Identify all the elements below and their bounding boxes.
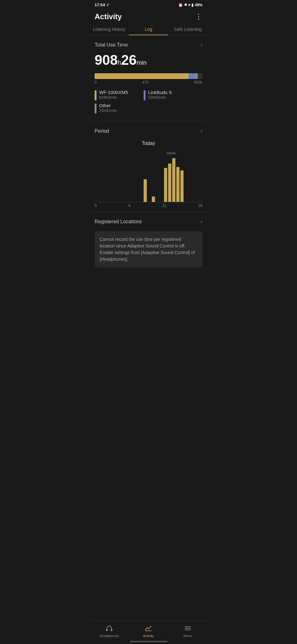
chart-title: Today (95, 141, 202, 146)
bottom-nav: Headphones Activity Menu (90, 620, 207, 644)
chart-bar-14 (152, 197, 155, 202)
nav-activity[interactable]: Activity (136, 624, 161, 638)
battery-display: 49% (195, 3, 202, 7)
nav-headphones[interactable]: Headphones (97, 624, 122, 638)
check-icon: ✓ (106, 3, 110, 7)
chart-x-labels: 0 6 12 18 (95, 202, 202, 209)
bluetooth-icon: ✱ (184, 3, 187, 7)
legend-color-other (95, 103, 96, 114)
signal-icon: ▮ (191, 3, 194, 7)
nav-headphones-label: Headphones (99, 634, 119, 638)
registered-locations-title: Registered Locations (95, 219, 142, 225)
bar-label-max: 950h (194, 80, 202, 85)
period-chevron: › (201, 128, 202, 134)
wifi-icon: ▾ (188, 3, 190, 7)
headphones-icon (105, 624, 114, 633)
registered-locations-chevron: › (201, 218, 202, 225)
x-label-12: 12 (162, 203, 166, 208)
legend-linkbuds-s: LinkBuds S 53h42min (144, 90, 188, 100)
x-label-0: 0 (95, 203, 97, 208)
hours-unit: h (118, 59, 121, 66)
status-bar: 17:54 ✓ ⏰ ✱ ▾ ▮ 49% (90, 0, 207, 8)
time-display: 17:54 (95, 3, 105, 7)
bar-label-mid: 475 (142, 80, 148, 85)
svg-rect-0 (106, 629, 108, 631)
legend: WF-1000XM5 829h3min LinkBuds S 53h42min … (95, 90, 202, 114)
x-label-18: 18 (198, 203, 202, 208)
tab-safe-listening[interactable]: Safe Listening (168, 24, 207, 35)
chart-bars (95, 158, 202, 202)
minutes-unit: min (137, 59, 147, 66)
bar-labels: 0 475 950h (95, 80, 202, 85)
legend-other: Other 25h41min (95, 103, 139, 114)
alarm-icon: ⏰ (178, 3, 183, 7)
chart-bar-12 (144, 179, 147, 202)
legend-wf1000xm5: WF-1000XM5 829h3min (95, 90, 139, 100)
status-bar-right: ⏰ ✱ ▾ ▮ 49% (178, 3, 202, 7)
tab-bar: Listening History Log Safe Listening (90, 24, 207, 35)
more-menu-button[interactable]: ⋮ (195, 13, 202, 21)
page-title: Activity (95, 12, 122, 21)
bar-other (195, 73, 198, 79)
menu-icon (184, 624, 192, 633)
total-use-bar (95, 73, 202, 79)
nav-menu[interactable]: Menu (175, 624, 201, 638)
bar-linkbuds-s (189, 73, 195, 79)
legend-text-wf1000xm5: WF-1000XM5 829h3min (99, 90, 128, 100)
bar-wf1000xm5 (95, 73, 189, 79)
chart-bar-18 (168, 164, 171, 202)
activity-icon (144, 624, 153, 633)
main-content: Total Use Time › 908h26min 0 475 950h WF… (90, 35, 207, 307)
registered-locations-header[interactable]: Registered Locations › (95, 212, 202, 229)
info-box: Cannot record the use time per registere… (95, 231, 202, 268)
x-label-6: 6 (129, 203, 131, 208)
minutes-value: 26 (121, 52, 137, 68)
legend-color-linkbuds-s (144, 90, 146, 100)
legend-text-other: Other 25h41min (99, 103, 117, 113)
page-header: Activity ⋮ (90, 8, 207, 24)
period-title: Period (95, 128, 109, 134)
nav-activity-label: Activity (143, 634, 154, 638)
chart-annotation: 30min (167, 151, 176, 155)
chart-bar-20 (176, 167, 179, 202)
status-bar-left: 17:54 ✓ (95, 3, 110, 7)
tab-listening-history[interactable]: Listening History (90, 24, 129, 35)
total-use-time-header[interactable]: Total Use Time › (95, 35, 202, 52)
total-use-time-title: Total Use Time (95, 42, 128, 48)
chart-bar-17 (164, 168, 167, 202)
total-time-display: 908h26min (95, 52, 202, 71)
info-text: Cannot record the use time per registere… (100, 237, 195, 262)
chart-area: 30min 0 6 12 18 (95, 151, 202, 209)
hours-value: 908 (95, 52, 118, 68)
total-use-time-chevron: › (201, 42, 202, 48)
chart-bar-21 (180, 170, 184, 202)
period-header[interactable]: Period › (95, 121, 202, 138)
legend-color-wf1000xm5 (95, 90, 96, 100)
tab-log[interactable]: Log (129, 24, 168, 35)
legend-text-linkbuds-s: LinkBuds S 53h42min (148, 90, 172, 100)
bar-label-min: 0 (95, 80, 97, 85)
bottom-indicator (130, 641, 168, 642)
svg-rect-1 (111, 629, 113, 631)
nav-menu-label: Menu (184, 634, 192, 638)
chart-bar-19 (172, 158, 175, 202)
chart-annotation-row: 30min (95, 151, 202, 157)
